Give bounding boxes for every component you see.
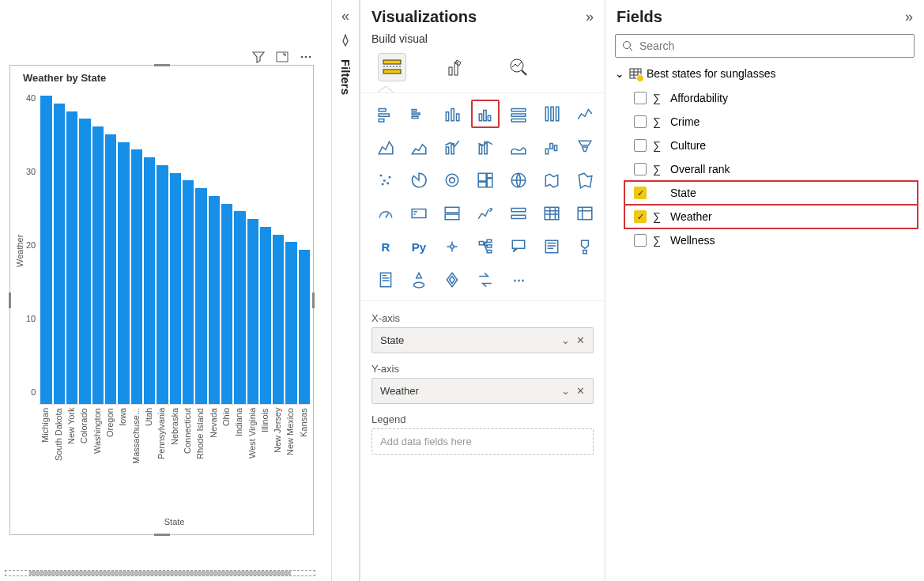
decomposition-tree-icon[interactable] [471, 232, 500, 261]
field-checkbox[interactable]: ✓ [634, 210, 647, 223]
bar[interactable] [170, 173, 181, 405]
bar[interactable] [131, 149, 142, 404]
bar[interactable] [209, 196, 220, 404]
bar[interactable] [92, 126, 104, 404]
clustered-bar-icon[interactable] [405, 100, 433, 128]
resize-handle-top[interactable] [154, 64, 170, 66]
field-row-culture[interactable]: ∑Culture [626, 134, 924, 157]
automate-icon[interactable] [471, 266, 500, 294]
xaxis-well[interactable]: State ⌄✕ [371, 327, 594, 353]
powerapps-icon[interactable] [438, 266, 466, 294]
card-icon[interactable] [405, 199, 433, 228]
chart-bars[interactable] [39, 89, 310, 405]
resize-handle-bottom[interactable] [154, 534, 170, 536]
field-checkbox[interactable] [634, 139, 647, 152]
analytics-button[interactable] [504, 53, 533, 81]
bar[interactable] [285, 242, 296, 404]
resize-handle-right[interactable] [312, 292, 315, 308]
field-row-affordability[interactable]: ∑Affordability [626, 86, 924, 110]
build-visual-button[interactable] [378, 53, 406, 81]
scatter-icon[interactable] [371, 166, 400, 194]
bar[interactable] [144, 157, 155, 404]
line-clustered-icon[interactable] [438, 133, 466, 161]
field-checkbox[interactable] [634, 234, 647, 247]
more-visuals-icon[interactable]: ⋯ [504, 266, 533, 294]
key-influencers-icon[interactable] [438, 232, 466, 261]
map-icon[interactable] [504, 166, 533, 194]
bar[interactable] [273, 235, 284, 405]
bar[interactable] [234, 211, 245, 404]
remove-field-icon[interactable]: ✕ [576, 385, 585, 397]
bar[interactable] [221, 204, 232, 405]
table-icon[interactable] [537, 199, 566, 228]
filled-map-icon[interactable] [537, 166, 566, 194]
stacked-column-icon[interactable] [438, 100, 466, 128]
gauge-icon[interactable] [371, 199, 400, 228]
chevron-down-icon[interactable]: ⌄ [561, 334, 570, 346]
field-checkbox[interactable] [634, 115, 647, 128]
qa-visual-icon[interactable] [504, 232, 533, 261]
paginated-icon[interactable] [371, 266, 400, 294]
100-stacked-column-icon[interactable] [537, 100, 566, 128]
kpi-icon[interactable] [471, 199, 500, 228]
bar[interactable] [40, 96, 51, 404]
bar[interactable] [183, 180, 194, 404]
bar[interactable] [247, 219, 258, 404]
bar[interactable] [105, 134, 116, 404]
field-checkbox[interactable] [634, 92, 647, 104]
remove-field-icon[interactable]: ✕ [576, 334, 585, 346]
field-row-state[interactable]: ✓State [624, 181, 918, 205]
stacked-area-icon[interactable] [405, 133, 433, 161]
search-input[interactable] [639, 40, 907, 52]
goals-icon[interactable] [571, 232, 599, 261]
100-stacked-bar-icon[interactable] [504, 100, 533, 128]
funnel-icon[interactable] [571, 133, 599, 161]
table-header[interactable]: ⌄ Best states for sunglasses [605, 61, 924, 86]
r-visual-icon[interactable]: R [371, 232, 400, 261]
collapse-viz-icon[interactable]: » [586, 9, 594, 25]
bar[interactable] [79, 119, 90, 404]
field-row-overall-rank[interactable]: ∑Overall rank [626, 157, 924, 181]
bar[interactable] [66, 111, 77, 405]
focus-mode-icon[interactable] [276, 51, 289, 63]
field-row-wellness[interactable]: ∑Wellness [626, 228, 924, 252]
field-row-weather[interactable]: ✓∑Weather [624, 205, 918, 228]
bar[interactable] [54, 104, 65, 404]
ribbon-chart-icon[interactable] [504, 133, 533, 161]
bar[interactable] [299, 250, 310, 404]
arcgis-icon[interactable] [405, 266, 433, 294]
shape-map-icon[interactable] [571, 166, 599, 194]
python-visual-icon[interactable]: Py [405, 232, 433, 261]
collapse-fields-icon[interactable]: » [905, 9, 913, 25]
chevron-down-icon[interactable]: ⌄ [561, 385, 570, 397]
line-chart-icon[interactable] [571, 100, 599, 128]
clustered-column-icon[interactable] [471, 100, 500, 128]
waterfall-icon[interactable] [537, 133, 566, 161]
more-options-icon[interactable] [300, 51, 312, 63]
fields-search[interactable] [615, 34, 915, 58]
page-scrollbar[interactable] [5, 570, 315, 576]
resize-handle-left[interactable] [9, 292, 11, 308]
legend-well[interactable]: Add data fields here [371, 428, 594, 455]
bar[interactable] [195, 188, 206, 404]
slicer-icon[interactable] [504, 199, 533, 228]
filter-icon[interactable] [252, 51, 265, 63]
filters-pane-collapsed[interactable]: « Filters [331, 0, 360, 581]
matrix-icon[interactable] [571, 199, 599, 228]
chevron-down-icon[interactable]: ⌄ [615, 67, 624, 80]
stacked-bar-icon[interactable] [371, 100, 400, 128]
field-row-crime[interactable]: ∑Crime [626, 110, 924, 134]
line-stacked-icon[interactable] [471, 133, 500, 161]
field-checkbox[interactable]: ✓ [634, 187, 647, 199]
column-chart-visual[interactable]: Weather by State Weather 403020100 Michi… [9, 65, 314, 535]
bar[interactable] [157, 165, 168, 404]
report-canvas[interactable]: Weather by State Weather 403020100 Michi… [0, 0, 331, 581]
pie-icon[interactable] [405, 166, 433, 194]
treemap-icon[interactable] [471, 166, 500, 194]
yaxis-well[interactable]: Weather ⌄✕ [371, 378, 594, 404]
bar[interactable] [118, 142, 129, 405]
format-visual-button[interactable] [441, 53, 470, 81]
expand-filters-icon[interactable]: « [341, 8, 349, 25]
bar[interactable] [260, 227, 271, 404]
field-checkbox[interactable] [634, 163, 647, 175]
